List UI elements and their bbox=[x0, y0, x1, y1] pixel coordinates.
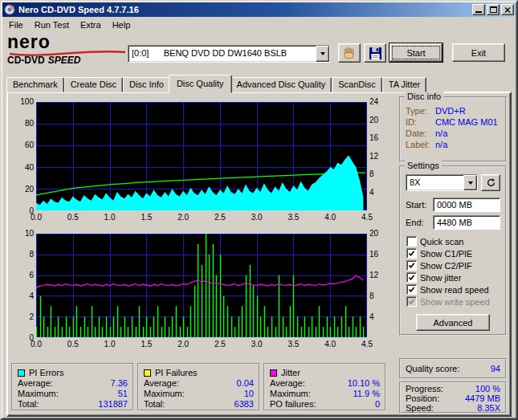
tab-ta-jitter[interactable]: TA Jitter bbox=[382, 77, 427, 92]
advanced-button-label: Advanced bbox=[434, 318, 473, 328]
maximize-button[interactable] bbox=[487, 4, 500, 15]
axis-tick: 20 bbox=[25, 185, 34, 194]
disc-info-row: Type:DVD+R bbox=[406, 106, 502, 117]
scan-speed-select[interactable]: 8X bbox=[406, 174, 478, 191]
menu-run-test[interactable]: Run Test bbox=[29, 18, 75, 31]
exit-button[interactable]: Exit bbox=[452, 43, 505, 62]
window-title: Nero CD-DVD Speed 4.7.7.16 bbox=[18, 5, 471, 14]
axis-tick: 3.0 bbox=[251, 213, 263, 222]
tab-benchmark[interactable]: Benchmark bbox=[6, 77, 64, 92]
checkbox-show-c2-pif[interactable]: Show C2/PIF bbox=[406, 259, 500, 271]
start-button[interactable]: Start bbox=[390, 43, 443, 62]
stat-row: Average:7.36 bbox=[18, 378, 128, 389]
stat-row: Total:6383 bbox=[144, 399, 254, 410]
settings-title: Settings bbox=[405, 161, 442, 170]
axis-tick: 12 bbox=[369, 152, 378, 161]
scan-speed-dropdown[interactable] bbox=[463, 175, 477, 190]
bottom-chart-right-axis: 20 16 12 8 4 bbox=[369, 229, 389, 321]
close-icon bbox=[504, 7, 511, 13]
checkbox-box[interactable] bbox=[406, 236, 417, 247]
axis-tick: 40 bbox=[25, 163, 34, 172]
stat-row: Maximum:10 bbox=[144, 389, 254, 399]
pi-errors-speed-chart bbox=[36, 102, 367, 210]
drive-select[interactable]: [0:0] BENQ DVD DD DW1640 BSLB bbox=[128, 45, 330, 63]
toolbar: nero CD-DVDSPEED [0:0] BENQ DVD DD DW164… bbox=[2, 32, 516, 74]
checkbox-show-c1-pie[interactable]: Show C1/PIE bbox=[406, 247, 500, 259]
refresh-speeds-button[interactable] bbox=[481, 174, 500, 191]
stat-row: Average:0.04 bbox=[144, 378, 254, 389]
disc-info-row: ID:CMC MAG M01 bbox=[406, 117, 502, 128]
disc-quality-panel: 100 80 60 40 20 0 24 20 16 12 8 4 0.0 0.… bbox=[6, 92, 512, 417]
axis-tick: 100 bbox=[20, 97, 34, 106]
tab-advanced-disc-quality[interactable]: Advanced Disc Quality bbox=[230, 77, 332, 92]
pi-errors-stats-panel: PI Errors Average:7.36 Maximum:51 Total:… bbox=[11, 363, 134, 411]
axis-tick: 1.5 bbox=[141, 213, 152, 222]
tab-scandisc[interactable]: ScanDisc bbox=[332, 77, 381, 92]
minimize-icon bbox=[475, 11, 482, 13]
axis-tick: 6 bbox=[29, 271, 34, 279]
axis-tick: 16 bbox=[369, 250, 378, 259]
checkbox-box bbox=[406, 296, 417, 307]
tab-create-disc[interactable]: Create Disc bbox=[64, 77, 123, 92]
checkbox-quick-scan[interactable]: Quick scan bbox=[406, 235, 500, 247]
axis-tick: 4.5 bbox=[361, 213, 373, 222]
save-icon bbox=[369, 47, 382, 60]
bottom-chart-x-axis: 0.0 0.5 1.0 1.5 2.0 2.5 3.0 3.5 4.0 4.5 bbox=[36, 340, 367, 349]
title-bar: Nero CD-DVD Speed 4.7.7.16 bbox=[2, 2, 516, 17]
close-button[interactable] bbox=[501, 4, 514, 15]
quality-score-label: Quality score: bbox=[406, 364, 459, 373]
checkbox-box[interactable] bbox=[406, 260, 417, 271]
top-chart-right-axis: 24 20 16 12 8 4 bbox=[369, 97, 389, 197]
axis-tick: 20 bbox=[369, 229, 378, 238]
stat-title: PI Errors bbox=[29, 368, 63, 377]
axis-tick: 1.0 bbox=[104, 213, 116, 222]
pi-errors-swatch bbox=[18, 369, 25, 377]
axis-tick: 20 bbox=[369, 116, 378, 124]
checkbox-box[interactable] bbox=[406, 272, 417, 283]
jitter-swatch bbox=[270, 369, 277, 377]
tab-disc-info[interactable]: Disc Info bbox=[123, 77, 170, 92]
hand-tool-button[interactable] bbox=[338, 43, 361, 63]
end-position-input[interactable]: 4480 MB bbox=[433, 215, 500, 230]
drive-select-dropdown[interactable] bbox=[316, 46, 329, 62]
axis-tick: 1.0 bbox=[104, 340, 116, 349]
advanced-button[interactable]: Advanced bbox=[416, 314, 490, 331]
axis-tick: 8 bbox=[29, 250, 34, 259]
pi-failures-swatch bbox=[144, 369, 151, 377]
minimize-button[interactable] bbox=[472, 4, 485, 15]
menu-extra[interactable]: Extra bbox=[75, 18, 107, 31]
progress-box: Progress:100 % Position:4479 MB Speed:8.… bbox=[399, 381, 507, 414]
top-chart-x-axis: 0.0 0.5 1.0 1.5 2.0 2.5 3.0 3.5 4.0 4.5 bbox=[36, 213, 367, 222]
axis-tick: 4 bbox=[369, 312, 374, 321]
app-window: Nero CD-DVD Speed 4.7.7.16 File Run Test… bbox=[0, 0, 518, 420]
checkbox-box[interactable] bbox=[406, 248, 417, 259]
scan-speed-value: 8X bbox=[406, 175, 463, 190]
start-position-input[interactable]: 0000 MB bbox=[433, 198, 500, 212]
axis-tick: 1.5 bbox=[141, 340, 152, 349]
start-position-label: Start: bbox=[406, 200, 433, 210]
end-position-label: End: bbox=[406, 218, 433, 227]
disc-info-row: Label:n/a bbox=[406, 140, 502, 151]
app-icon bbox=[4, 4, 15, 15]
checkbox-show-jitter[interactable]: Show jitter bbox=[406, 271, 500, 283]
axis-tick: 0.5 bbox=[67, 213, 79, 222]
maximize-icon bbox=[490, 6, 497, 13]
save-button[interactable] bbox=[364, 43, 386, 63]
menu-help[interactable]: Help bbox=[107, 18, 137, 31]
top-chart-left-axis: 100 80 60 40 20 0 bbox=[10, 97, 34, 215]
stat-row: Average:10.10 % bbox=[270, 378, 380, 389]
axis-tick: 3.5 bbox=[288, 340, 299, 349]
checkbox-show-read-speed[interactable]: Show read speed bbox=[406, 283, 500, 296]
axis-tick: 60 bbox=[25, 141, 34, 149]
axis-tick: 0.0 bbox=[31, 213, 42, 222]
checkbox-box[interactable] bbox=[406, 284, 417, 295]
refresh-icon bbox=[486, 177, 496, 188]
axis-tick: 80 bbox=[25, 119, 34, 128]
settings-checkbox-list: Quick scan Show C1/PIE Show C2/PIF Show … bbox=[406, 235, 500, 308]
axis-tick: 2 bbox=[29, 312, 34, 321]
tab-disc-quality[interactable]: Disc Quality bbox=[169, 75, 232, 93]
menu-file[interactable]: File bbox=[3, 18, 29, 31]
chevron-down-icon bbox=[468, 181, 473, 185]
exit-button-label: Exit bbox=[471, 48, 486, 58]
settings-group: Settings 8X Start: 00 bbox=[399, 165, 507, 336]
